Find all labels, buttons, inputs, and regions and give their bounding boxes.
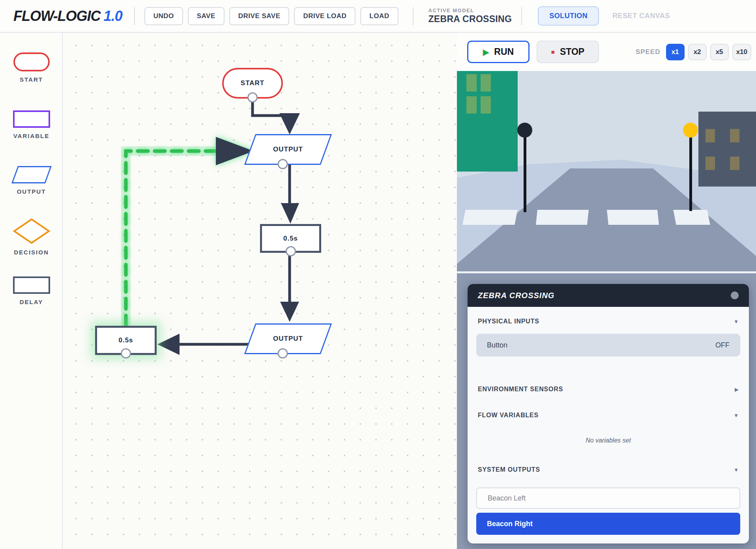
play-icon: ▶ xyxy=(483,48,489,56)
node-label: START xyxy=(241,79,264,87)
connection-port[interactable] xyxy=(121,348,131,359)
stop-label: STOP xyxy=(560,47,584,57)
node-label: OUTPUT xyxy=(273,146,303,153)
building-window xyxy=(705,157,715,170)
node-delay-2-active[interactable]: 0.5s xyxy=(95,326,157,355)
delay-shape-icon xyxy=(13,276,50,294)
palette-item-start[interactable]: START xyxy=(0,52,63,83)
undo-button[interactable]: UNDO xyxy=(144,7,183,25)
status-dot-icon xyxy=(731,291,739,299)
no-variables-message: No variables set xyxy=(468,437,749,444)
zebra-stripe xyxy=(462,210,517,225)
palette-item-variable[interactable]: VARIABLE xyxy=(0,110,63,139)
dark-building xyxy=(698,112,756,187)
node-output-1[interactable]: OUTPUT xyxy=(244,134,332,165)
zebra-stripes xyxy=(457,210,756,225)
palette-label: DECISION xyxy=(14,249,49,256)
section-label: PHYSICAL INPUTS xyxy=(478,318,539,325)
flowchart-canvas[interactable]: START OUTPUT 0.5s OUTPUT 0.5s xyxy=(63,33,457,549)
building-window xyxy=(481,96,491,114)
zebra-crossing-scene: ZEBRA CROSSING PHYSICAL INPUTS ▼ Button … xyxy=(457,71,756,549)
solution-button[interactable]: SOLUTION xyxy=(538,6,599,26)
run-button[interactable]: ▶ RUN xyxy=(467,41,530,63)
speed-x10-button[interactable]: x10 xyxy=(732,44,751,60)
logo-brand: FLOW-LOGIC xyxy=(13,8,101,24)
drive-save-button[interactable]: DRIVE SAVE xyxy=(229,7,290,25)
building-window xyxy=(705,129,715,142)
beacon-pole-left xyxy=(524,137,526,212)
flow-connectors xyxy=(63,33,457,549)
node-delay-1[interactable]: 0.5s xyxy=(260,224,321,253)
connection-port[interactable] xyxy=(286,246,296,256)
teal-building xyxy=(457,71,518,172)
building-window xyxy=(481,74,491,92)
output-beacon-right-row-active: Beacon Right xyxy=(476,513,740,535)
start-shape-icon xyxy=(13,52,50,71)
input-state-badge: OFF xyxy=(715,341,730,349)
connection-port[interactable] xyxy=(247,92,258,103)
palette-label: DELAY xyxy=(20,299,43,305)
chevron-down-icon: ▼ xyxy=(734,413,739,418)
section-label: ENVIRONMENT SENSORS xyxy=(478,386,563,393)
speed-x2-button[interactable]: x2 xyxy=(688,44,707,60)
load-button[interactable]: LOAD xyxy=(360,7,398,25)
speed-x5-button[interactable]: x5 xyxy=(710,44,729,60)
active-model-label: ACTIVE MODEL xyxy=(429,8,512,14)
building-window xyxy=(730,157,739,170)
chevron-down-icon: ▼ xyxy=(734,467,739,473)
physical-input-button-row[interactable]: Button OFF xyxy=(476,334,740,357)
speed-label: SPEED xyxy=(636,48,661,56)
reset-canvas-button[interactable]: RESET CANVAS xyxy=(612,12,670,20)
section-flow-variables[interactable]: FLOW VARIABLES ▼ xyxy=(478,409,739,421)
section-label: FLOW VARIABLES xyxy=(478,412,539,419)
node-label: 0.5s xyxy=(283,235,298,243)
section-system-outputs[interactable]: SYSTEM OUTPUTS ▼ xyxy=(478,464,739,476)
header-divider xyxy=(521,7,522,25)
node-label: OUTPUT xyxy=(273,335,303,343)
active-model-name: ZEBRA CROSSING xyxy=(429,14,512,24)
model-status-card: ZEBRA CROSSING PHYSICAL INPUTS ▼ Button … xyxy=(468,284,749,543)
active-model: ACTIVE MODEL ZEBRA CROSSING xyxy=(429,8,512,24)
header-divider xyxy=(413,7,414,25)
arrowhead-icon xyxy=(157,334,180,355)
node-output-2[interactable]: OUTPUT xyxy=(244,323,332,354)
chevron-down-icon: ▼ xyxy=(734,319,739,325)
output-label: Beacon Right xyxy=(487,520,533,528)
beacon-left-light-off xyxy=(517,123,532,138)
section-physical-inputs[interactable]: PHYSICAL INPUTS ▼ xyxy=(478,316,739,327)
output-beacon-left-row: Beacon Left xyxy=(476,487,740,509)
palette-item-decision[interactable]: DECISION xyxy=(0,218,63,256)
chevron-right-icon: ▶ xyxy=(735,387,739,392)
palette-label: VARIABLE xyxy=(13,133,50,139)
input-name: Button xyxy=(487,341,507,349)
arrowhead-icon xyxy=(279,113,300,134)
logo-version: 1.0 xyxy=(104,8,122,24)
connection-port[interactable] xyxy=(278,159,288,169)
palette-item-output[interactable]: OUTPUT xyxy=(0,166,63,195)
drive-load-button[interactable]: DRIVE LOAD xyxy=(294,7,356,25)
active-path-dashed-line xyxy=(126,151,215,326)
palette-item-delay[interactable]: DELAY xyxy=(0,276,63,305)
header-divider xyxy=(134,7,135,25)
status-card-title: ZEBRA CROSSING xyxy=(478,291,554,300)
save-button[interactable]: SAVE xyxy=(188,7,225,25)
beacon-right-light-on xyxy=(683,123,698,138)
zebra-stripe xyxy=(673,210,710,225)
palette-label: OUTPUT xyxy=(17,188,46,195)
connection-port[interactable] xyxy=(278,348,288,359)
stop-button[interactable]: ■ STOP xyxy=(537,41,599,63)
simulation-panel: ▶ RUN ■ STOP SPEED x1 x2 x5 x10 xyxy=(457,33,756,549)
speed-x1-button[interactable]: x1 xyxy=(666,44,685,60)
building-window xyxy=(730,129,739,142)
node-start[interactable]: START xyxy=(222,68,283,99)
active-path-glow xyxy=(126,151,215,326)
status-card-header: ZEBRA CROSSING xyxy=(468,284,749,307)
node-label: 0.5s xyxy=(118,336,133,344)
zebra-stripe xyxy=(536,210,589,225)
zebra-stripe xyxy=(607,210,659,225)
arrowhead-icon xyxy=(280,302,299,322)
arrowhead-icon xyxy=(281,203,299,224)
building-window xyxy=(466,96,477,114)
stop-icon: ■ xyxy=(551,49,555,55)
section-environment-sensors[interactable]: ENVIRONMENT SENSORS ▶ xyxy=(478,383,739,395)
